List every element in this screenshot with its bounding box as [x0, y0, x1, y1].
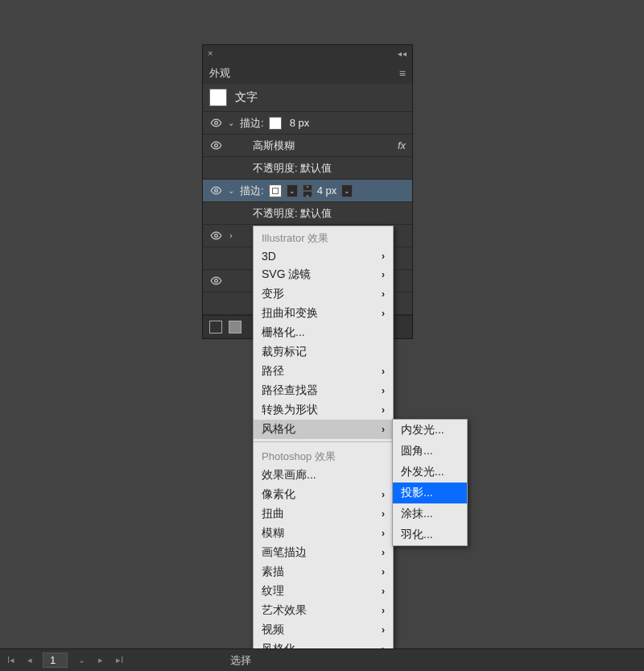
stroke-icon[interactable]	[229, 321, 242, 333]
weight-dropdown[interactable]: ⌄	[341, 184, 353, 197]
menu-item[interactable]: 素描›	[254, 562, 393, 582]
next-page-icon[interactable]: ▸	[96, 655, 105, 665]
expand-caret[interactable]: ⌄	[227, 118, 235, 127]
submenu-arrow-icon: ›	[382, 528, 385, 539]
svg-point-3	[214, 234, 217, 238]
submenu-arrow-icon: ›	[382, 308, 385, 319]
opacity-row-2[interactable]: 不透明度: 默认值	[203, 202, 412, 225]
panel-tab-bar: 外观 ≡	[203, 61, 412, 84]
stroke-weight-value: 4 px	[314, 184, 341, 197]
stroke-color-swatch[interactable]	[269, 117, 282, 130]
step-up-icon[interactable]: ⌃	[303, 184, 312, 191]
submenu-arrow-icon: ›	[382, 508, 385, 520]
menu-item-label: 路径查找器	[262, 383, 318, 398]
visibility-toggle[interactable]	[209, 230, 222, 242]
menu-item-label: 艺术效果	[262, 603, 307, 618]
visibility-toggle[interactable]	[209, 139, 222, 152]
menu-item[interactable]: 画笔描边›	[254, 543, 393, 562]
stroke-color-swatch[interactable]	[269, 184, 282, 197]
menu-item-label: 效果画廊...	[262, 468, 316, 483]
submenu-item[interactable]: 羽化...	[393, 524, 467, 545]
swatch-dropdown[interactable]: ⌄	[287, 184, 298, 197]
menu-item[interactable]: 栅格化...	[254, 323, 393, 342]
menu-item-label: 视频	[262, 623, 284, 637]
stroke-weight-stepper[interactable]: ⌃⌄ 4 px ⌄	[303, 184, 353, 197]
visibility-toggle[interactable]	[209, 184, 222, 197]
menu-separator	[254, 441, 393, 442]
submenu-item[interactable]: 外发光...	[393, 462, 467, 483]
menu-item[interactable]: 扭曲和变换›	[254, 304, 393, 323]
submenu-arrow-icon: ›	[382, 288, 385, 300]
menu-item-label: 扭曲和变换	[262, 306, 318, 321]
prev-page-icon[interactable]: ◂	[25, 655, 35, 665]
visibility-toggle[interactable]	[209, 275, 222, 288]
menu-item-label: 变形	[262, 287, 284, 301]
page-dropdown-icon[interactable]: ⌄	[76, 655, 88, 665]
object-type-label: 文字	[235, 90, 258, 105]
submenu-arrow-icon: ›	[382, 547, 385, 558]
visibility-toggle[interactable]	[209, 117, 222, 130]
submenu-arrow-icon: ›	[382, 605, 385, 616]
menu-item-label: 素描	[262, 565, 284, 579]
menu-item[interactable]: 风格化›	[254, 420, 393, 439]
menu-item-label: SVG 滤镜	[262, 267, 311, 282]
svg-point-2	[214, 189, 217, 193]
submenu-item[interactable]: 圆角...	[393, 441, 467, 462]
close-icon[interactable]: ×	[208, 48, 213, 58]
page-input[interactable]: 1	[43, 652, 68, 668]
submenu-arrow-icon: ›	[382, 404, 385, 416]
submenu-arrow-icon: ›	[382, 586, 385, 597]
submenu-arrow-icon: ›	[382, 251, 385, 262]
step-down-icon[interactable]: ⌄	[303, 191, 312, 197]
menu-item[interactable]: SVG 滤镜›	[254, 265, 393, 284]
menu-item[interactable]: 路径›	[254, 362, 393, 381]
status-bar: I◂ ◂ 1 ⌄ ▸ ▸I 选择	[0, 648, 644, 671]
submenu-arrow-icon: ›	[382, 385, 385, 396]
stroke-row-1[interactable]: ⌄ 描边: 8 px	[203, 112, 412, 135]
panel-menu-icon[interactable]: ≡	[399, 67, 406, 80]
menu-item[interactable]: 裁剪标记	[254, 342, 393, 362]
menu-item-label: 像素化	[262, 487, 295, 502]
submenu-arrow-icon: ›	[382, 566, 385, 578]
menu-item[interactable]: 转换为形状›	[254, 400, 393, 420]
opacity-label: 不透明度: 默认值	[253, 161, 332, 176]
menu-item-label: 纹理	[262, 584, 284, 599]
stroke-row-2[interactable]: ⌄ 描边: ⌄ ⌃⌄ 4 px ⌄	[203, 180, 412, 202]
submenu-arrow-icon: ›	[382, 624, 385, 636]
menu-item-label: 画笔描边	[262, 545, 307, 560]
menu-item[interactable]: 扭曲›	[254, 504, 393, 524]
submenu-item[interactable]: 投影...	[393, 483, 467, 503]
menu-item-label: 栅格化...	[262, 325, 305, 340]
expand-caret[interactable]: ⌄	[227, 186, 235, 195]
collapse-icon[interactable]: ◂◂	[398, 49, 407, 58]
menu-item[interactable]: 模糊›	[254, 524, 393, 543]
opacity-row-1[interactable]: 不透明度: 默认值	[203, 157, 412, 180]
submenu-item[interactable]: 涂抹...	[393, 503, 467, 524]
menu-item-label: 转换为形状	[262, 403, 318, 417]
menu-item[interactable]: 效果画廊...	[254, 466, 393, 485]
no-fill-icon[interactable]	[209, 321, 222, 333]
menu-item[interactable]: 路径查找器›	[254, 381, 393, 400]
menu-item[interactable]: 纹理›	[254, 582, 393, 601]
first-page-icon[interactable]: I◂	[5, 655, 17, 665]
menu-item-label: 扭曲	[262, 507, 284, 521]
expand-caret[interactable]: ›	[227, 231, 235, 240]
menu-item[interactable]: 像素化›	[254, 485, 393, 504]
effect-row-blur[interactable]: 高斯模糊 fx	[203, 135, 412, 157]
fx-badge[interactable]: fx	[398, 139, 406, 151]
opacity-label: 不透明度: 默认值	[253, 206, 332, 221]
panel-title[interactable]: 外观	[209, 66, 230, 81]
submenu-item[interactable]: 内发光...	[393, 420, 467, 441]
object-header: 文字	[203, 84, 412, 112]
last-page-icon[interactable]: ▸I	[114, 655, 126, 665]
menu-item[interactable]: 3D›	[254, 247, 393, 265]
menu-item[interactable]: 艺术效果›	[254, 601, 393, 620]
menu-item[interactable]: 视频›	[254, 620, 393, 640]
menu-item[interactable]: 变形›	[254, 284, 393, 304]
menu-item-label: 3D	[262, 250, 276, 263]
object-swatch[interactable]	[209, 89, 227, 106]
panel-header: × ◂◂	[203, 45, 412, 61]
svg-point-0	[214, 122, 217, 125]
submenu-arrow-icon: ›	[382, 269, 385, 280]
submenu-arrow-icon: ›	[382, 366, 385, 377]
